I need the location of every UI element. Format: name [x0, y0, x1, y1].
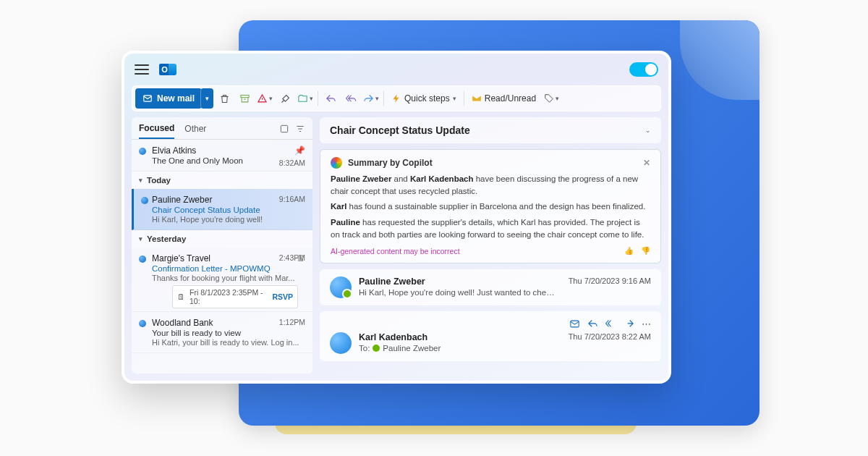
reply-icon[interactable] — [321, 88, 340, 109]
group-today[interactable]: ▾ Today — [132, 172, 312, 189]
copilot-paragraph: Karl has found a sustainable supplier in… — [331, 200, 650, 213]
avatar — [330, 332, 352, 354]
mail-time: 9:16AM — [279, 195, 305, 203]
title-bar: O — [124, 54, 668, 85]
menu-icon[interactable] — [135, 64, 149, 75]
mail-sender: Elvia Atkins — [152, 145, 305, 156]
calendar-icon: 🗓 — [177, 292, 185, 301]
chevron-down-icon[interactable]: ⌄ — [645, 127, 651, 134]
mail-time: 8:32AM — [279, 159, 305, 167]
message-preview: Hi Karl, Hope you're doing well! Just wa… — [359, 288, 556, 297]
message-actions: ⋯ — [330, 318, 651, 329]
new-mail-dropdown[interactable]: ▾ — [200, 88, 213, 109]
mail-subject: Your bill is ready to view — [152, 329, 305, 337]
mail-preview: Hi Katri, your bill is ready to view. Lo… — [152, 338, 305, 347]
copilot-disclaimer: AI-generated content may be incorrect — [331, 247, 460, 256]
forward-icon[interactable]: ▾ — [362, 88, 380, 109]
new-mail-label: New mail — [157, 93, 195, 104]
reading-subject: Chair Concept Status Update — [330, 124, 470, 136]
message-list-pane: Focused Other Elvia Atkins The One and O… — [132, 117, 312, 373]
mail-subject: Chair Concept Status Update — [152, 206, 305, 214]
mail-time: 1:12PM — [279, 318, 305, 326]
message-date: Thu 7/20/2023 9:16 AM — [569, 276, 651, 285]
group-yesterday[interactable]: ▾ Yesterday — [132, 230, 312, 248]
presence-icon — [373, 345, 380, 352]
outlook-logo: O — [159, 61, 176, 78]
bolt-icon — [391, 93, 401, 104]
quick-steps-button[interactable]: Quick steps ▾ — [387, 88, 461, 109]
mail-item[interactable]: Margie's Travel Confirmation Letter - MP… — [132, 248, 312, 312]
archive-icon[interactable] — [235, 88, 254, 109]
group-label: Today — [147, 176, 171, 185]
envelope-icon — [472, 93, 482, 104]
copilot-summary: Summary by Copilot ✕ Pauline Zweber and … — [320, 149, 661, 263]
read-unread-button[interactable]: Read/Unread — [467, 88, 540, 109]
reply-icon[interactable] — [587, 318, 598, 329]
unread-dot-icon — [139, 148, 146, 155]
mail-preview: Hi Karl, Hope you're doing well! — [152, 215, 305, 224]
message-card[interactable]: ⋯ Karl Kadenbach To: Pauline Zweber Thu … — [320, 311, 661, 361]
unread-dot-icon — [139, 320, 146, 327]
sweep-icon[interactable] — [276, 88, 294, 109]
read-unread-label: Read/Unread — [485, 93, 536, 104]
close-icon[interactable]: ✕ — [643, 158, 650, 168]
reading-pane: Chair Concept Status Update ⌄ Summary by… — [320, 117, 661, 373]
reply-all-icon[interactable] — [605, 318, 616, 329]
inbox-tabs: Focused Other — [132, 117, 312, 140]
filter-icon[interactable] — [295, 124, 305, 134]
rsvp-date: Fri 8/1/2023 2:35PM - 10: — [190, 288, 268, 305]
more-icon[interactable]: ⋯ — [642, 318, 651, 329]
tag-icon[interactable]: ▾ — [542, 88, 561, 109]
svg-rect-2 — [281, 125, 287, 132]
tab-focused[interactable]: Focused — [139, 123, 174, 139]
toolbar: New mail ▾ ▾ ▾ ▾ Quick steps ▾ Read/Unre… — [132, 85, 661, 111]
reply-all-icon[interactable] — [341, 88, 360, 109]
read-icon[interactable] — [569, 318, 580, 329]
rsvp-bar[interactable]: 🗓 Fri 8/1/2023 2:35PM - 10: RSVP — [172, 285, 298, 308]
reading-subject-bar[interactable]: Chair Concept Status Update ⌄ — [320, 117, 661, 143]
delete-icon[interactable] — [215, 88, 234, 109]
outlook-window: O New mail ▾ ▾ ▾ ▾ Quick steps ▾ Read/Un… — [122, 51, 671, 384]
unread-dot-icon — [139, 256, 146, 263]
copilot-paragraph: Pauline Zweber and Karl Kadenbach have b… — [331, 173, 650, 197]
copilot-icon — [331, 157, 342, 169]
unread-dot-icon — [141, 197, 148, 204]
mail-subject: Confirmation Letter - MPOWMQ — [152, 264, 305, 273]
copilot-paragraph: Pauline has requested the supplier's det… — [331, 216, 650, 240]
thumbs-down-icon[interactable]: 👎 — [641, 246, 650, 256]
theme-toggle[interactable] — [629, 62, 658, 77]
new-mail-button[interactable]: New mail — [135, 88, 202, 109]
rsvp-button[interactable]: RSVP — [272, 292, 293, 301]
mail-item-selected[interactable]: Pauline Zweber Chair Concept Status Upda… — [132, 189, 312, 230]
pin-icon: 📌 — [294, 145, 305, 156]
select-mode-icon[interactable] — [279, 124, 289, 134]
tab-other[interactable]: Other — [184, 124, 206, 138]
avatar — [330, 276, 352, 298]
mail-item[interactable]: Woodland Bank Your bill is ready to view… — [132, 312, 312, 353]
calendar-icon: 🗓 — [297, 253, 305, 263]
thumbs-up-icon[interactable]: 👍 — [624, 246, 634, 256]
mail-icon — [142, 93, 153, 104]
forward-icon[interactable] — [624, 318, 634, 329]
chevron-down-icon: ▾ — [139, 235, 142, 242]
mail-item[interactable]: Elvia Atkins The One and Only Moon 📌 8:3… — [132, 140, 312, 172]
quick-steps-label: Quick steps — [404, 93, 450, 104]
svg-rect-1 — [240, 95, 248, 97]
group-label: Yesterday — [147, 235, 186, 243]
copilot-title: Summary by Copilot — [348, 158, 433, 168]
message-sender: Karl Kadenbach — [359, 332, 556, 342]
message-date: Thu 7/20/2023 8:22 AM — [569, 332, 651, 341]
move-icon[interactable]: ▾ — [296, 88, 315, 109]
mail-preview: Thanks for booking your flight with Mar.… — [152, 274, 305, 282]
message-card[interactable]: Pauline Zweber Hi Karl, Hope you're doin… — [320, 269, 661, 305]
report-icon[interactable]: ▾ — [255, 88, 274, 109]
chevron-down-icon: ▾ — [139, 177, 142, 184]
message-sender: Pauline Zweber — [359, 276, 556, 287]
message-to: To: Pauline Zweber — [359, 344, 556, 352]
